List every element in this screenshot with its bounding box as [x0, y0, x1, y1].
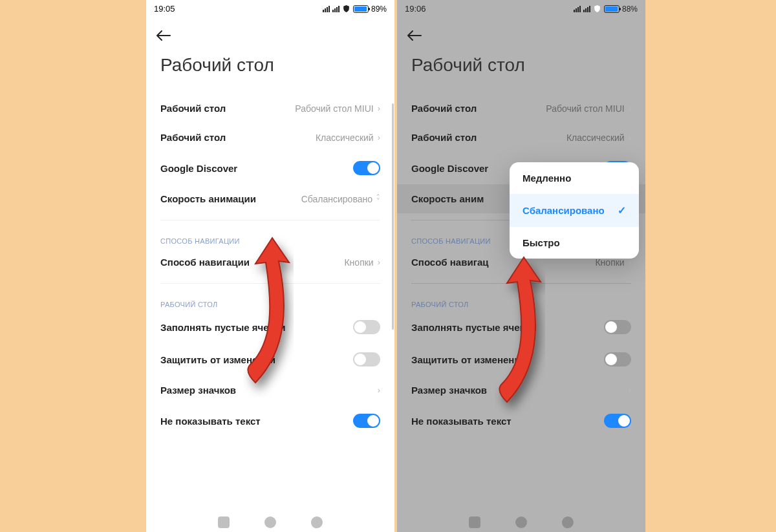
chevron-right-icon: ›	[629, 133, 631, 142]
row-home-style[interactable]: Рабочий стол Классический›	[146, 123, 394, 152]
row-label: Заполнять пустые ячейки	[411, 322, 536, 333]
row-animation-speed[interactable]: Скорость анимации Сбалансировано˄˅	[146, 184, 394, 213]
row-icon-size[interactable]: Размер значков ›	[397, 376, 645, 405]
row-label: Рабочий стол	[411, 103, 477, 114]
battery-icon	[604, 5, 620, 13]
chevron-right-icon: ›	[629, 257, 631, 267]
status-time: 19:06	[405, 4, 426, 14]
chevron-right-icon: ›	[629, 103, 631, 113]
row-label: Google Discover	[160, 163, 237, 174]
nav-bar	[146, 516, 394, 528]
row-label: Google Discover	[411, 163, 488, 174]
row-label: Рабочий стол	[160, 132, 226, 143]
section-header-home: РАБОЧИЙ СТОЛ	[146, 290, 394, 311]
divider	[160, 283, 380, 284]
phone-screenshot-right: 19:06 88% Рабочий стол Рабочий стол Рабо…	[397, 0, 645, 532]
row-label: Способ навигац	[411, 257, 488, 268]
row-label: Заполнять пустые ячейки	[160, 322, 285, 333]
nav-recent-icon[interactable]	[218, 516, 230, 528]
row-label: Защитить от изменений	[411, 354, 526, 365]
toggle-fill-cells[interactable]	[353, 320, 380, 334]
row-home-style[interactable]: Рабочий стол Классический›	[397, 123, 645, 152]
speed-dropdown-popup: Медленно Сбалансировано✓ Быстро	[510, 162, 639, 259]
row-label: Не показывать текст	[411, 416, 512, 427]
row-label: Скорость аним	[411, 193, 484, 204]
toggle-fill-cells[interactable]	[604, 320, 631, 334]
row-value: Сбалансировано	[301, 194, 372, 204]
page-title: Рабочий стол	[397, 50, 645, 94]
row-value: Классический	[566, 133, 625, 143]
row-label: Не показывать текст	[160, 416, 261, 427]
up-down-chevron-icon: ˄˅	[376, 195, 380, 203]
row-label: Рабочий стол	[411, 132, 477, 143]
row-navigation-mode[interactable]: Способ навигации Кнопки›	[146, 248, 394, 277]
toggle-google-discover[interactable]	[353, 161, 380, 175]
nav-back-icon[interactable]	[561, 516, 574, 529]
status-bar: 19:05 89%	[146, 0, 394, 15]
row-home-launcher[interactable]: Рабочий стол Рабочий стол MIUI›	[146, 94, 394, 123]
option-label: Быстро	[523, 237, 560, 248]
nav-bar	[397, 516, 645, 528]
row-label: Рабочий стол	[160, 103, 226, 114]
row-hide-text[interactable]: Не показывать текст	[397, 405, 645, 437]
row-hide-text[interactable]: Не показывать текст	[146, 405, 394, 437]
scrollbar[interactable]	[392, 103, 394, 330]
toggle-lock-layout[interactable]	[604, 352, 631, 367]
divider	[411, 283, 631, 284]
back-button[interactable]	[146, 15, 394, 50]
chevron-right-icon: ›	[378, 385, 380, 395]
toggle-hide-text[interactable]	[604, 414, 631, 428]
row-value: Классический	[316, 133, 374, 143]
row-label: Скорость анимации	[160, 193, 256, 204]
row-value: Рабочий стол MIUI	[546, 103, 624, 114]
row-lock-layout[interactable]: Защитить от изменений	[146, 343, 394, 376]
chevron-right-icon: ›	[378, 133, 380, 142]
dropdown-option-fast[interactable]: Быстро	[510, 227, 639, 259]
signal-icon	[323, 5, 330, 12]
row-value: Рабочий стол MIUI	[295, 103, 373, 114]
page-title: Рабочий стол	[146, 50, 394, 94]
status-right-cluster: 88%	[574, 5, 638, 14]
dropdown-option-slow[interactable]: Медленно	[510, 162, 639, 194]
row-lock-layout[interactable]: Защитить от изменений	[397, 343, 645, 376]
shield-icon	[593, 5, 601, 13]
chevron-right-icon: ›	[629, 385, 631, 395]
signal-icon	[574, 5, 581, 12]
section-header-home: РАБОЧИЙ СТОЛ	[397, 290, 645, 311]
battery-icon	[353, 5, 369, 13]
chevron-right-icon: ›	[378, 257, 380, 267]
toggle-hide-text[interactable]	[353, 414, 380, 428]
row-label: Размер значков	[411, 385, 487, 396]
check-icon: ✓	[618, 204, 626, 217]
signal-icon	[583, 5, 590, 12]
row-fill-cells[interactable]: Заполнять пустые ячейки	[146, 311, 394, 343]
phone-screenshot-left: 19:05 89% Рабочий стол Рабочий стол Рабо…	[146, 0, 394, 532]
divider	[160, 220, 380, 220]
status-time: 19:05	[154, 4, 175, 14]
dropdown-option-balanced[interactable]: Сбалансировано✓	[510, 194, 639, 227]
signal-icon	[332, 5, 339, 12]
option-label: Медленно	[523, 173, 571, 184]
row-label: Способ навигации	[160, 257, 250, 268]
option-label: Сбалансировано	[523, 205, 605, 216]
section-header-navigation: СПОСОБ НАВИГАЦИИ	[146, 227, 394, 248]
nav-home-icon[interactable]	[515, 516, 527, 528]
status-right-cluster: 89%	[323, 5, 387, 14]
nav-recent-icon[interactable]	[469, 516, 480, 528]
shield-icon	[342, 5, 350, 13]
back-button[interactable]	[397, 15, 645, 50]
nav-back-icon[interactable]	[310, 516, 323, 529]
row-icon-size[interactable]: Размер значков ›	[146, 376, 394, 405]
row-label: Защитить от изменений	[160, 354, 275, 365]
battery-percent: 88%	[622, 5, 638, 14]
chevron-right-icon: ›	[378, 103, 380, 113]
row-label: Размер значков	[160, 385, 236, 396]
status-bar: 19:06 88%	[397, 0, 645, 15]
row-fill-cells[interactable]: Заполнять пустые ячейки	[397, 311, 645, 343]
battery-percent: 89%	[371, 5, 387, 14]
toggle-lock-layout[interactable]	[353, 352, 380, 367]
row-google-discover[interactable]: Google Discover	[146, 152, 394, 184]
row-home-launcher[interactable]: Рабочий стол Рабочий стол MIUI›	[397, 94, 645, 123]
back-arrow-icon	[156, 30, 171, 41]
nav-home-icon[interactable]	[264, 516, 276, 528]
